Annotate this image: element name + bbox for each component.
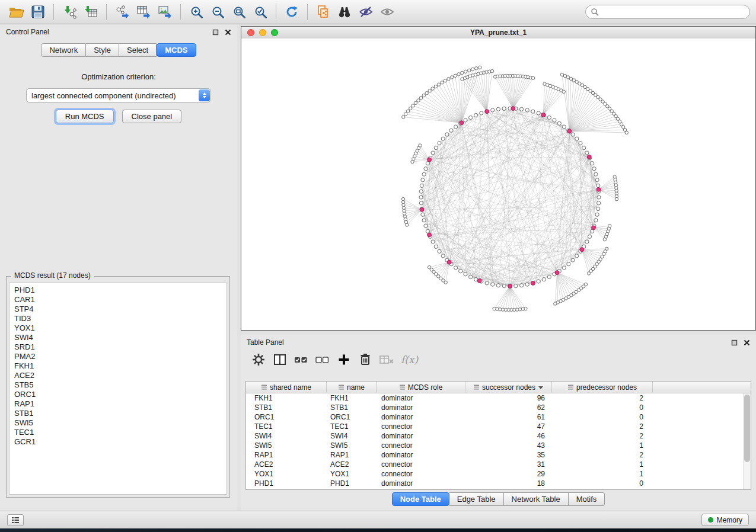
mcds-result-item[interactable]: PMA2 bbox=[9, 352, 227, 361]
import-table-button[interactable] bbox=[80, 2, 101, 22]
refresh-button[interactable] bbox=[281, 2, 302, 22]
table-cell[interactable]: 35 bbox=[465, 450, 552, 460]
mcds-result-item[interactable]: ORC1 bbox=[9, 390, 227, 399]
table-cell[interactable]: dominator bbox=[377, 431, 465, 441]
function-builder-button[interactable]: f(x) bbox=[401, 354, 418, 366]
network-canvas[interactable] bbox=[241, 39, 755, 330]
column-header-mcds-role[interactable]: MCDS role bbox=[377, 382, 465, 393]
open-session-button[interactable] bbox=[6, 2, 27, 22]
table-row[interactable]: FKH1FKH1dominator962 bbox=[246, 393, 751, 403]
table-settings-button[interactable] bbox=[249, 351, 268, 368]
close-panel-button[interactable]: Close panel bbox=[122, 110, 182, 123]
mcds-result-item[interactable]: RAP1 bbox=[9, 399, 227, 409]
table-cell[interactable]: connector bbox=[377, 460, 465, 469]
table-cell[interactable]: SWI4 bbox=[246, 431, 327, 441]
table-cell[interactable]: 96 bbox=[465, 393, 552, 403]
table-cell[interactable]: ACE2 bbox=[327, 460, 377, 469]
mcds-result-item[interactable]: STB1 bbox=[9, 409, 227, 418]
table-scrollbar[interactable] bbox=[743, 393, 751, 489]
task-history-button[interactable] bbox=[7, 514, 24, 526]
table-cell[interactable]: 61 bbox=[465, 412, 552, 422]
zoom-in-button[interactable] bbox=[186, 2, 207, 22]
select-all-button[interactable] bbox=[292, 351, 311, 368]
tab-network-table[interactable]: Network Table bbox=[504, 492, 569, 506]
table-cell[interactable]: connector bbox=[377, 422, 465, 431]
zoom-fit-button[interactable] bbox=[228, 2, 250, 22]
copy-network-button[interactable] bbox=[312, 2, 334, 22]
tab-style[interactable]: Style bbox=[86, 43, 119, 57]
hide-details-button[interactable] bbox=[355, 2, 377, 22]
tab-node-table[interactable]: Node Table bbox=[392, 492, 449, 506]
mcds-result-item[interactable]: STP4 bbox=[9, 305, 227, 314]
column-header-predecessor-nodes[interactable]: predecessor nodes bbox=[552, 382, 653, 393]
column-header-successor-nodes[interactable]: successor nodes bbox=[465, 382, 552, 393]
table-row[interactable]: ORC1ORC1dominator610 bbox=[246, 412, 751, 422]
tab-edge-table[interactable]: Edge Table bbox=[449, 492, 504, 506]
table-row[interactable]: ACE2ACE2connector311 bbox=[246, 460, 751, 469]
float-panel-icon[interactable] bbox=[212, 29, 219, 36]
table-cell[interactable]: SWI5 bbox=[246, 441, 327, 450]
table-row[interactable]: SWI5SWI5connector431 bbox=[246, 441, 751, 450]
table-cell[interactable]: RAP1 bbox=[246, 450, 327, 460]
minimize-window-icon[interactable] bbox=[259, 29, 266, 36]
table-cell[interactable]: dominator bbox=[377, 412, 465, 422]
show-details-button[interactable] bbox=[377, 2, 398, 22]
tab-select[interactable]: Select bbox=[119, 43, 157, 57]
network-window-titlebar[interactable]: YPA_prune.txt_1 bbox=[241, 27, 755, 39]
mcds-result-item[interactable]: SWI4 bbox=[9, 333, 227, 342]
table-row[interactable]: TEC1TEC1connector472 bbox=[246, 422, 751, 431]
mcds-result-item[interactable]: GCR1 bbox=[9, 437, 227, 447]
table-row[interactable]: YOX1YOX1connector291 bbox=[246, 469, 751, 479]
mcds-result-item[interactable]: ACE2 bbox=[9, 371, 227, 380]
table-cell[interactable]: 47 bbox=[465, 422, 552, 431]
table-cell[interactable]: FKH1 bbox=[246, 393, 327, 403]
table-cell[interactable]: 2 bbox=[552, 431, 653, 441]
table-cell[interactable]: 1 bbox=[552, 469, 653, 479]
delete-column-button[interactable] bbox=[356, 351, 375, 368]
run-mcds-button[interactable]: Run MCDS bbox=[56, 110, 114, 123]
table-cell[interactable]: RAP1 bbox=[327, 450, 377, 460]
table-row[interactable]: PHD1PHD1dominator180 bbox=[246, 479, 751, 488]
zoom-selected-button[interactable] bbox=[250, 2, 271, 22]
table-cell[interactable]: PHD1 bbox=[246, 479, 327, 488]
table-cell[interactable]: 1 bbox=[552, 460, 653, 469]
table-cell[interactable]: ORC1 bbox=[327, 412, 377, 422]
table-cell[interactable]: 0 bbox=[552, 412, 653, 422]
table-cell[interactable]: STB1 bbox=[246, 403, 327, 412]
table-cell[interactable]: dominator bbox=[377, 479, 465, 488]
table-cell[interactable]: 2 bbox=[552, 393, 653, 403]
table-cell[interactable]: 31 bbox=[465, 460, 552, 469]
table-cell[interactable]: ACE2 bbox=[246, 460, 327, 469]
table-cell[interactable]: YOX1 bbox=[327, 469, 377, 479]
table-cell[interactable]: 62 bbox=[465, 403, 552, 412]
criterion-dropdown[interactable]: largest connected component (undirected) bbox=[26, 88, 211, 102]
table-cell[interactable]: 0 bbox=[552, 479, 653, 488]
mcds-result-item[interactable]: STB5 bbox=[9, 380, 227, 390]
table-cell[interactable]: PHD1 bbox=[327, 479, 377, 488]
maximize-window-icon[interactable] bbox=[271, 29, 278, 36]
mcds-result-item[interactable]: SRD1 bbox=[9, 342, 227, 352]
table-cell[interactable]: dominator bbox=[377, 393, 465, 403]
table-cell[interactable]: 43 bbox=[465, 441, 552, 450]
mcds-result-item[interactable]: SWI5 bbox=[9, 418, 227, 428]
tab-mcds[interactable]: MCDS bbox=[157, 43, 196, 57]
table-row[interactable]: SWI4SWI4dominator462 bbox=[246, 431, 751, 441]
show-columns-button[interactable] bbox=[270, 351, 289, 368]
scrollbar-thumb[interactable] bbox=[744, 395, 750, 462]
table-cell[interactable]: 2 bbox=[552, 422, 653, 431]
zoom-out-button[interactable] bbox=[207, 2, 228, 22]
close-panel-icon[interactable] bbox=[225, 29, 231, 36]
close-window-icon[interactable] bbox=[247, 29, 254, 36]
mcds-result-item[interactable]: PHD1 bbox=[9, 286, 227, 295]
table-cell[interactable]: 18 bbox=[465, 479, 552, 488]
table-cell[interactable]: 0 bbox=[552, 403, 653, 412]
table-cell[interactable]: connector bbox=[377, 469, 465, 479]
table-cell[interactable]: ORC1 bbox=[246, 412, 327, 422]
first-neighbors-button[interactable] bbox=[334, 2, 355, 22]
table-cell[interactable]: 2 bbox=[552, 450, 653, 460]
tab-network[interactable]: Network bbox=[41, 43, 86, 57]
table-row[interactable]: RAP1RAP1dominator352 bbox=[246, 450, 751, 460]
import-network-button[interactable] bbox=[59, 2, 80, 22]
table-cell[interactable]: dominator bbox=[377, 403, 465, 412]
float-panel-icon[interactable] bbox=[731, 339, 738, 346]
